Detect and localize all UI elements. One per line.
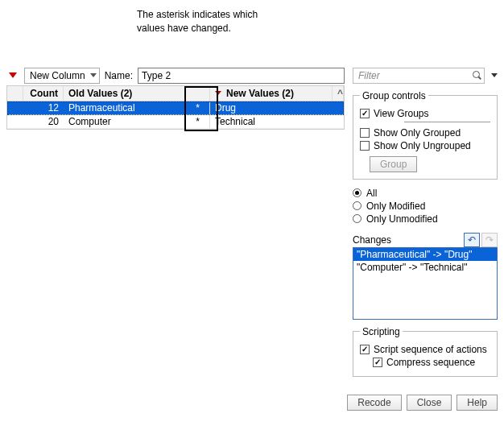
cell-old: Computer: [64, 115, 186, 128]
header-old-values[interactable]: Old Values (2): [64, 86, 186, 101]
scripting-legend: Scripting: [360, 326, 403, 337]
cell-new[interactable]: Technical: [210, 115, 333, 128]
changes-label: Changes: [353, 234, 391, 246]
header-sort-indicator[interactable]: ^: [333, 86, 344, 101]
radio-icon: [353, 188, 361, 197]
caption-line1: The asterisk indicates which: [137, 9, 258, 20]
show-only-ungrouped-checkbox[interactable]: Show Only Ungrouped: [360, 140, 490, 151]
radio-only-modified[interactable]: Only Modified: [353, 201, 498, 212]
header-asterisk: [186, 86, 210, 101]
header-spacer: [7, 86, 23, 101]
script-sequence-checkbox[interactable]: Script sequence of actions: [360, 344, 490, 355]
caption-line2: values have changed.: [137, 23, 231, 34]
name-label: Name:: [105, 70, 133, 81]
show-only-ungrouped-label: Show Only Ungrouped: [374, 140, 471, 151]
table-row[interactable]: 12 Pharmaceutical * Drug: [7, 101, 344, 115]
view-groups-checkbox[interactable]: View Groups: [360, 108, 490, 119]
column-dropdown-label: New Column: [30, 70, 85, 81]
dialog-buttons: Recode Close Help: [0, 390, 504, 419]
divider: [404, 122, 490, 122]
header-new-values[interactable]: New Values (2): [210, 86, 333, 101]
checkbox-icon: [360, 141, 370, 151]
filter-input[interactable]: Filter: [353, 68, 485, 84]
changes-list-item[interactable]: "Computer" -> "Technical": [353, 261, 497, 274]
recode-button[interactable]: Recode: [347, 395, 401, 411]
compress-sequence-label: Compress sequence: [386, 357, 475, 368]
script-sequence-label: Script sequence of actions: [374, 344, 487, 355]
search-icon: [473, 71, 482, 81]
changes-list-item[interactable]: "Pharmaceutical" -> "Drug": [353, 248, 497, 261]
radio-icon: [353, 201, 361, 210]
view-groups-label: View Groups: [374, 108, 428, 119]
checkbox-icon: [360, 345, 370, 354]
radio-only-unmodified[interactable]: Only Unmodified: [353, 213, 498, 225]
cell-asterisk: *: [186, 101, 210, 114]
panel-toggle-icon[interactable]: [9, 72, 17, 78]
header-count[interactable]: Count: [23, 86, 64, 101]
radio-all[interactable]: All: [353, 188, 498, 199]
radio-only-unmodified-label: Only Unmodified: [366, 213, 438, 225]
header-new-label: New Values (2): [226, 88, 294, 99]
filter-radios: All Only Modified Only Unmodified: [353, 186, 498, 226]
scripting-fieldset: Scripting Script sequence of actions Com…: [353, 326, 498, 377]
radio-only-modified-label: Only Modified: [366, 201, 425, 212]
caption-text: The asterisk indicates which values have…: [137, 8, 298, 35]
header-menu-icon[interactable]: [215, 91, 221, 95]
filter-placeholder: Filter: [358, 70, 469, 81]
cell-new[interactable]: Drug: [210, 101, 333, 114]
column-dropdown[interactable]: New Column: [24, 68, 100, 84]
radio-all-label: All: [366, 188, 377, 199]
group-controls-legend: Group controls: [360, 90, 428, 101]
checkbox-icon: [360, 109, 370, 118]
close-button[interactable]: Close: [407, 395, 452, 411]
checkbox-icon: [360, 128, 370, 138]
undo-button[interactable]: ↶: [464, 233, 480, 247]
name-input[interactable]: [138, 68, 345, 84]
table-row[interactable]: 20 Computer * Technical: [7, 115, 344, 129]
cell-old: Pharmaceutical: [64, 101, 186, 114]
cell-count: 12: [23, 101, 64, 114]
filter-menu-icon[interactable]: [491, 73, 498, 77]
checkbox-icon: [373, 358, 382, 367]
show-only-grouped-checkbox[interactable]: Show Only Grouped: [360, 127, 490, 139]
cell-asterisk: *: [186, 115, 210, 128]
group-button[interactable]: Group: [370, 156, 417, 172]
cell-count: 20: [23, 115, 64, 128]
chevron-down-icon: [90, 73, 97, 77]
recode-table: Count Old Values (2) New Values (2) ^ 12…: [6, 85, 345, 130]
radio-icon: [353, 214, 361, 223]
help-button[interactable]: Help: [456, 395, 498, 411]
redo-button[interactable]: ↷: [481, 233, 498, 247]
compress-sequence-checkbox[interactable]: Compress sequence: [373, 357, 490, 368]
show-only-grouped-label: Show Only Grouped: [374, 127, 461, 139]
changes-list[interactable]: "Pharmaceutical" -> "Drug" "Computer" ->…: [353, 247, 498, 320]
group-controls-fieldset: Group controls View Groups Show Only Gro…: [353, 90, 498, 180]
